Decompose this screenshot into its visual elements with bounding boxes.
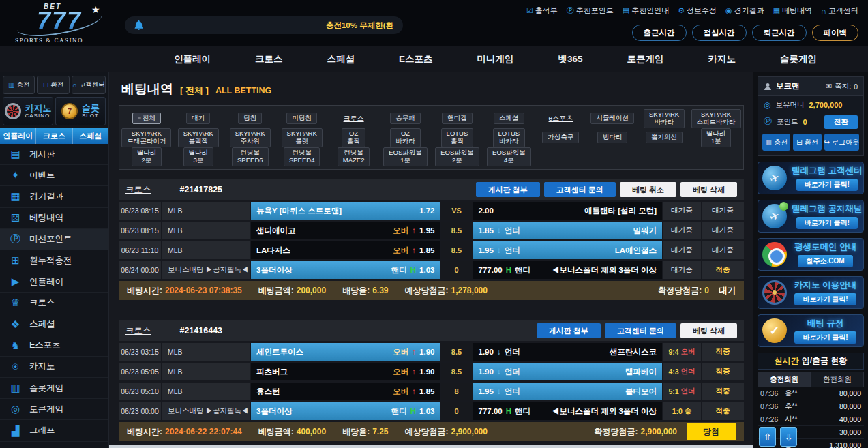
quick-환전[interactable]: ⊟환전 <box>37 76 69 94</box>
nav-item-인플레이[interactable]: 인플레이 <box>174 53 211 65</box>
messages[interactable]: ✉ 쪽지: 0 <box>826 82 858 91</box>
filter-OZ-홀짝[interactable]: OZ 홀짝 <box>342 128 365 147</box>
sidebar-tab-크로스[interactable]: 크로스 <box>36 128 72 144</box>
filter-방다리[interactable]: 방다리 <box>597 132 628 143</box>
filter-EOS파워볼-4분[interactable]: EOS파워볼 4분 <box>487 147 531 166</box>
time-button-페이백[interactable]: 페이백 <box>812 25 859 41</box>
nav-item-미니게임[interactable]: 미니게임 <box>477 53 513 65</box>
site-logo[interactable]: BET 777 ★ SPORTS & CASINO <box>11 1 113 45</box>
filter-EOS파워볼-1분[interactable]: EOS파워볼 1분 <box>383 147 428 166</box>
sidebar-item-이벤트[interactable]: ✦이벤트 <box>0 165 108 186</box>
filter-시뮬레이션[interactable]: 시뮬레이션 <box>590 113 634 124</box>
filter-뽑기의신[interactable]: 뽑기의신 <box>646 132 683 143</box>
nav-item-벳365[interactable]: 벳365 <box>558 53 582 65</box>
account-button-충전[interactable]: ▥충전 <box>762 134 790 151</box>
filter-SKYPARK-룰렛[interactable]: SKYPARK 룰렛 <box>282 128 323 147</box>
user-menu-경기결과[interactable]: ◉경기결과 <box>725 5 764 16</box>
live-tab-환전회원[interactable]: 환전회원 <box>811 372 864 387</box>
card-game-type[interactable]: 크로스 <box>125 325 151 337</box>
filter-전체[interactable]: ≡전체 <box>132 113 161 124</box>
convert-button[interactable]: 전환 <box>824 115 858 129</box>
sidebar-item-월누적충전[interactable]: ⊞월누적충전 <box>0 250 108 271</box>
nav-item-E스포츠[interactable]: E스포츠 <box>399 53 433 65</box>
sidebar-item-크로스[interactable]: ♛크로스 <box>0 293 108 314</box>
filter-EOS파워볼-2분[interactable]: EOS파워볼 2분 <box>435 147 479 166</box>
filter-승무패[interactable]: 승무패 <box>390 113 421 124</box>
filter-런닝볼-SPEED4[interactable]: 런닝볼 SPEED4 <box>284 147 320 166</box>
filter-SKYPARK-주사위[interactable]: SKYPARK 주사위 <box>230 128 271 147</box>
filter-대기[interactable]: 대기 <box>186 113 210 124</box>
filter-LOTUS-홀짝[interactable]: LOTUS 홀짝 <box>441 128 474 147</box>
user-menu-고객센터[interactable]: ∩고객센터 <box>821 5 858 16</box>
filter-SKYPARK-드래곤타이거[interactable]: SKYPARK 드래곤타이거 <box>121 128 171 147</box>
card-button-베팅-삭제[interactable]: 베팅 삭제 <box>680 182 737 197</box>
sidebar-item-미션포인트[interactable]: Ⓟ미션포인트 <box>0 229 108 250</box>
card-game-type[interactable]: 크로스 <box>125 184 151 196</box>
filter-별다리-1분[interactable]: 별다리 1분 <box>701 128 732 147</box>
live-tab-충전회원[interactable]: 충전회원 <box>758 372 811 387</box>
notice-bar[interactable]: 충전10% 무제한(환 <box>125 16 403 34</box>
card-button-베팅-취소[interactable]: 베팅 취소 <box>620 182 676 197</box>
banner-telegram[interactable]: 텔레그램 고객센터바로가기 클릭! <box>758 162 864 194</box>
card-button-베팅-삭제[interactable]: 베팅 삭제 <box>680 323 737 338</box>
user-menu-베팅내역[interactable]: ▦베팅내역 <box>773 5 812 16</box>
card-button-고객센터-문의[interactable]: 고객센터 문의 <box>605 323 676 338</box>
filter-SKYPARK-스피드바카라[interactable]: SKYPARK 스피드바카라 <box>691 109 741 128</box>
sidebar-item-슬롯게임[interactable]: ▥슬롯게임 <box>0 378 108 399</box>
nav-item-크로스[interactable]: 크로스 <box>255 53 283 65</box>
tile-casino[interactable]: 카지노CASINO <box>3 97 53 125</box>
sidebar-item-스페셜[interactable]: ❖스페셜 <box>0 314 108 335</box>
account-button-로그아웃[interactable]: ↪로그아웃 <box>824 134 859 151</box>
sidebar-item-E스포츠[interactable]: ♞E스포츠 <box>0 335 108 357</box>
card-button-게시판-첨부[interactable]: 게시판 첨부 <box>476 182 540 197</box>
filter-핸디캡[interactable]: 핸디캡 <box>442 113 473 124</box>
sidebar-item-카지노[interactable]: ⍟카지노 <box>0 357 108 378</box>
banner-telegram2[interactable]: 텔레그램 공지채널바로가기 클릭! <box>758 200 864 233</box>
user-menu-정보수정[interactable]: ⚙정보수정 <box>678 5 717 16</box>
tile-slot[interactable]: 7슬롯SLOT <box>55 97 106 125</box>
nav-item-토큰게임[interactable]: 토큰게임 <box>627 53 663 65</box>
user-menu-추천포인트[interactable]: Ⓟ추천포인트 <box>567 5 614 16</box>
scroll-down-button[interactable]: ⇩ <box>780 427 797 447</box>
time-button-퇴근시간[interactable]: 퇴근시간 <box>752 25 807 41</box>
banner-chrome[interactable]: 평생도메인 안내칠주소.COM <box>758 238 864 271</box>
time-button-출근시간[interactable]: 출근시간 <box>632 25 687 41</box>
sidebar-item-경기결과[interactable]: ▦경기결과 <box>0 186 108 207</box>
filter-SKYPARK-바카라[interactable]: SKYPARK 바카라 <box>644 109 685 128</box>
filter-미당첨[interactable]: 미당첨 <box>286 113 317 124</box>
filter-크로스[interactable]: 크로스 <box>339 113 369 124</box>
account-button-환전[interactable]: ⊟환전 <box>793 134 821 151</box>
sidebar-item-베팅내역[interactable]: ⚄베팅내역 <box>0 208 108 229</box>
filter-SKYPARK-블랙잭[interactable]: SKYPARK 블랙잭 <box>178 128 219 147</box>
sidebar-tab-인플레이[interactable]: 인플레이 <box>0 128 36 144</box>
filter-당첨[interactable]: 당첨 <box>238 113 262 124</box>
filter-OZ-바카라[interactable]: OZ 바카라 <box>390 128 421 147</box>
card-button-고객센터-문의[interactable]: 고객센터 문의 <box>544 182 616 197</box>
win-status-button[interactable]: 당첨 <box>687 423 736 440</box>
filter-별다리-2분[interactable]: 별다리 2분 <box>132 147 162 166</box>
sidebar-item-토큰게임[interactable]: ◎토큰게임 <box>0 399 108 420</box>
nav-item-슬롯게임[interactable]: 슬롯게임 <box>780 53 817 65</box>
filter-별다리-3분[interactable]: 별다리 3분 <box>183 147 214 166</box>
filter-LOTUS-바카라[interactable]: LOTUS 바카라 <box>493 128 526 147</box>
time-button-점심시간[interactable]: 점심시간 <box>692 25 747 41</box>
nav-item-스페셜[interactable]: 스페셜 <box>327 53 355 65</box>
sidebar-item-그래프[interactable]: ▟그래프 <box>0 420 108 441</box>
user-menu-출석부[interactable]: ☑출석부 <box>526 5 558 16</box>
filter-e스포츠[interactable]: e스포츠 <box>544 113 578 124</box>
quick-고객센터[interactable]: ∩고객센터 <box>72 76 106 94</box>
filter-가상축구[interactable]: 가상축구 <box>542 132 579 143</box>
nav-item-카지노[interactable]: 카지노 <box>708 53 736 65</box>
filter-런닝볼-SPEED6[interactable]: 런닝볼 SPEED6 <box>232 147 269 166</box>
filter-런닝볼-MAZE2[interactable]: 런닝볼 MAZE2 <box>338 147 370 166</box>
banner-roulette[interactable]: 카지노 이용안내바로가기 클릭! <box>758 276 864 309</box>
sidebar-item-게시판[interactable]: ▤게시판 <box>0 144 108 165</box>
card-button-게시판-첨부[interactable]: 게시판 첨부 <box>537 323 601 338</box>
quick-충전[interactable]: ▥충전 <box>3 76 35 94</box>
user-menu-추천인안내[interactable]: ▤추천인안내 <box>623 5 669 16</box>
filter-스페셜[interactable]: 스페셜 <box>494 113 524 124</box>
sidebar-item-인플레이[interactable]: ▶인플레이 <box>0 271 108 293</box>
banner-shield[interactable]: 배팅 규정바로가기 클릭! <box>758 314 864 347</box>
sidebar-tab-스페셜[interactable]: 스페셜 <box>73 128 108 144</box>
scroll-up-button[interactable]: ⇧ <box>759 427 776 447</box>
